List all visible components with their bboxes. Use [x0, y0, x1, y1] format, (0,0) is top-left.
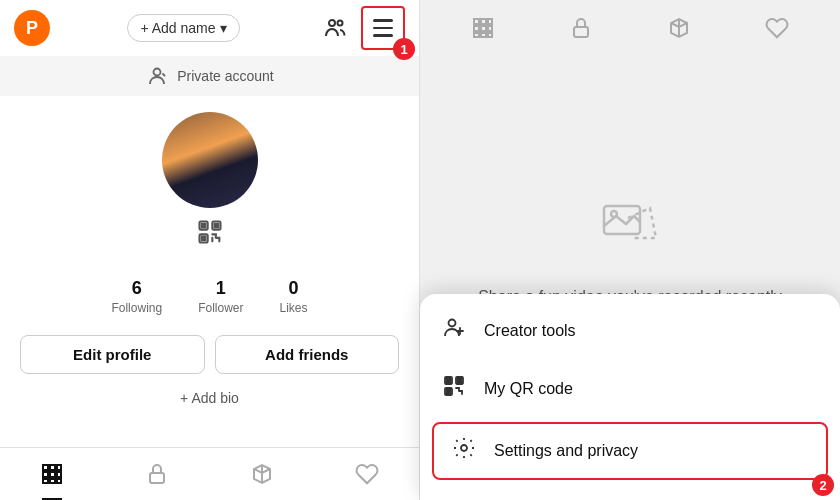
chevron-down-icon: ▾ — [220, 20, 227, 36]
svg-point-30 — [611, 211, 617, 217]
avatar — [162, 112, 258, 208]
add-name-label: + Add name — [140, 20, 215, 36]
nav-likes[interactable] — [339, 458, 395, 490]
settings-gear-icon — [450, 436, 478, 466]
tag-icon — [250, 462, 274, 486]
menu-item-settings[interactable]: Settings and privacy 2 — [432, 422, 828, 480]
right-panel: Share a fun video you've recorded recent… — [420, 0, 840, 500]
svg-rect-7 — [214, 224, 218, 228]
right-heart-icon — [765, 16, 789, 40]
menu-item-creator-tools[interactable]: Creator tools — [420, 302, 840, 360]
right-nav-tagged[interactable] — [651, 12, 707, 44]
svg-rect-12 — [43, 472, 48, 477]
svg-rect-21 — [488, 19, 492, 24]
svg-rect-27 — [488, 33, 492, 37]
bottom-nav — [0, 447, 419, 500]
svg-rect-23 — [481, 26, 486, 31]
following-label: Following — [111, 301, 162, 315]
follower-stat[interactable]: 1 Follower — [198, 278, 243, 315]
add-name-button[interactable]: + Add name ▾ — [127, 14, 239, 42]
menu-item-qr-code[interactable]: My QR code — [420, 360, 840, 418]
svg-rect-25 — [474, 33, 479, 37]
my-qr-code-label: My QR code — [484, 380, 573, 398]
qr-menu-icon — [440, 374, 468, 404]
action-buttons: Edit profile Add friends — [0, 323, 419, 386]
likes-count: 0 — [289, 278, 299, 299]
svg-rect-26 — [481, 33, 486, 37]
heart-icon — [355, 462, 379, 486]
follower-label: Follower — [198, 301, 243, 315]
svg-rect-37 — [447, 390, 451, 394]
grid-icon — [40, 462, 64, 486]
top-bar: P + Add name ▾ 1 — [0, 0, 419, 56]
svg-point-1 — [338, 21, 343, 26]
hamburger-button[interactable]: 1 — [361, 6, 405, 50]
top-right-icons: 1 — [317, 6, 405, 50]
svg-rect-6 — [201, 224, 205, 228]
avatar-image — [162, 112, 258, 208]
svg-rect-15 — [43, 479, 48, 483]
stats-row: 6 Following 1 Follower 0 Likes — [0, 270, 419, 323]
svg-rect-16 — [50, 479, 55, 483]
right-tag-icon — [667, 16, 691, 40]
svg-rect-22 — [474, 26, 479, 31]
app-logo: P — [14, 10, 50, 46]
svg-rect-8 — [201, 237, 205, 241]
svg-rect-9 — [43, 465, 48, 470]
nav-grid[interactable] — [24, 458, 80, 490]
right-nav-lock[interactable] — [553, 12, 609, 44]
follower-count: 1 — [216, 278, 226, 299]
creator-tools-label: Creator tools — [484, 322, 576, 340]
person-tools-icon — [440, 316, 468, 346]
svg-rect-14 — [57, 472, 61, 477]
settings-privacy-label: Settings and privacy — [494, 442, 638, 460]
left-panel: P + Add name ▾ 1 Private ac — [0, 0, 420, 500]
right-lock-icon — [569, 16, 593, 40]
profile-section — [0, 96, 419, 270]
svg-point-38 — [461, 445, 467, 451]
svg-rect-35 — [447, 379, 451, 383]
svg-rect-13 — [50, 472, 55, 477]
step-2-badge: 2 — [812, 474, 834, 496]
private-account-bar: Private account — [0, 56, 419, 96]
right-grid-icon — [471, 16, 495, 40]
svg-rect-18 — [150, 473, 164, 483]
svg-point-31 — [449, 320, 456, 327]
following-count: 6 — [132, 278, 142, 299]
likes-stat[interactable]: 0 Likes — [280, 278, 308, 315]
likes-label: Likes — [280, 301, 308, 315]
svg-point-0 — [329, 20, 335, 26]
qr-code-icon[interactable] — [196, 218, 224, 252]
right-nav-grid[interactable] — [455, 12, 511, 44]
right-nav-likes[interactable] — [749, 12, 805, 44]
add-bio-button[interactable]: + Add bio — [0, 386, 419, 418]
svg-rect-36 — [458, 379, 462, 383]
lock-icon — [145, 462, 169, 486]
svg-rect-24 — [488, 26, 492, 31]
nav-tagged[interactable] — [234, 458, 290, 490]
step-1-badge: 1 — [393, 38, 415, 60]
svg-rect-28 — [574, 27, 588, 37]
svg-rect-10 — [50, 465, 55, 470]
dropdown-menu: Creator tools My QR code — [420, 294, 840, 500]
private-account-label: Private account — [177, 68, 274, 84]
add-friends-button[interactable]: Add friends — [215, 335, 400, 374]
nav-lock[interactable] — [129, 458, 185, 490]
placeholder-image-icon — [598, 194, 662, 270]
following-stat[interactable]: 6 Following — [111, 278, 162, 315]
private-icon — [145, 64, 169, 88]
svg-rect-17 — [57, 479, 61, 483]
svg-rect-20 — [481, 19, 486, 24]
people-icon-btn[interactable] — [317, 10, 353, 46]
svg-rect-11 — [57, 465, 61, 470]
edit-profile-button[interactable]: Edit profile — [20, 335, 205, 374]
right-top-bar — [420, 0, 840, 56]
svg-point-2 — [154, 69, 161, 76]
svg-rect-19 — [474, 19, 479, 24]
